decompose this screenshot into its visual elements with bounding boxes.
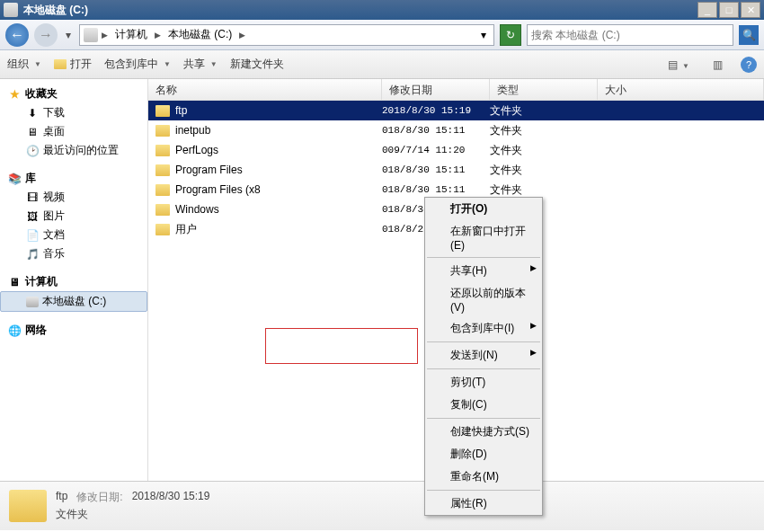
history-dropdown[interactable]: ▾ (63, 23, 74, 47)
ctx-open-new[interactable]: 在新窗口中打开(E) (425, 220, 542, 255)
file-date: 018/8/30 15:11 (382, 125, 490, 136)
help-button[interactable]: ? (741, 57, 757, 73)
separator (427, 257, 540, 258)
window-title: 本地磁盘 (C:) (23, 3, 697, 18)
sidebar-pictures[interactable]: 🖼图片 (0, 207, 147, 226)
ctx-copy[interactable]: 复制(C) (425, 394, 542, 416)
file-date: 2018/8/30 15:19 (382, 105, 490, 116)
chevron-right-icon: ▶ (100, 31, 110, 40)
minimize-button[interactable]: _ (697, 2, 717, 18)
recent-icon: 🕑 (25, 144, 40, 158)
drive-icon (4, 3, 18, 17)
column-date[interactable]: 修改日期 (382, 79, 490, 100)
status-name: ftp (56, 490, 67, 505)
view-button[interactable]: ▤ ▼ (662, 57, 695, 73)
folder-icon (155, 125, 170, 137)
file-date: 018/8/30 15:11 (382, 184, 490, 195)
sidebar-music[interactable]: 🎵音乐 (0, 244, 147, 263)
nav-row: ← → ▾ ▶ 计算机 ▶ 本地磁盘 (C:) ▶ ▾ ↻ 🔍 (0, 20, 764, 50)
file-type: 文件夹 (490, 143, 598, 158)
breadcrumb-dropdown[interactable]: ▾ (477, 29, 490, 41)
organize-button[interactable]: 组织▼ (7, 57, 41, 72)
column-name[interactable]: 名称 (148, 79, 382, 100)
column-headers: 名称 修改日期 类型 大小 (148, 79, 764, 101)
file-date: 018/8/30 15:11 (382, 164, 490, 175)
picture-icon: 🖼 (25, 209, 40, 224)
sidebar-drive-c[interactable]: 本地磁盘 (C:) (0, 291, 147, 312)
ctx-cut[interactable]: 剪切(T) (425, 371, 542, 394)
include-button[interactable]: 包含到库中▼ (104, 57, 171, 72)
open-button[interactable]: 打开 (54, 57, 92, 72)
newfolder-button[interactable]: 新建文件夹 (230, 57, 284, 72)
sidebar-downloads[interactable]: ⬇下载 (0, 103, 147, 122)
separator (427, 490, 540, 491)
file-row[interactable]: Program Files018/8/30 15:11文件夹 (148, 160, 764, 180)
chevron-right-icon: ▶ (530, 263, 537, 272)
back-button[interactable]: ← (5, 23, 29, 47)
file-name: inetpub (175, 124, 210, 137)
status-date: 2018/8/30 15:19 (132, 490, 210, 505)
file-name: Program Files (x8 (175, 183, 261, 196)
share-button[interactable]: 共享▼ (183, 57, 218, 72)
sidebar: ★收藏夹 ⬇下载 🖥桌面 🕑最近访问的位置 📚库 🎞视频 🖼图片 📄文档 🎵音乐… (0, 79, 148, 481)
sidebar-favorites[interactable]: ★收藏夹 (0, 84, 147, 103)
file-name: Program Files (175, 164, 243, 176)
content-area: 名称 修改日期 类型 大小 ftp2018/8/30 15:19文件夹inetp… (148, 79, 764, 481)
forward-button[interactable]: → (34, 23, 58, 47)
sidebar-documents[interactable]: 📄文档 (0, 226, 147, 244)
ctx-properties[interactable]: 属性(R) (425, 492, 542, 515)
context-menu: 打开(O) 在新窗口中打开(E) 共享(H)▶ 还原以前的版本(V) 包含到库中… (424, 197, 543, 516)
computer-icon: 🖥 (7, 275, 22, 289)
refresh-button[interactable]: ↻ (500, 24, 521, 46)
column-size[interactable]: 大小 (598, 79, 764, 100)
desktop-icon: 🖥 (25, 125, 40, 139)
chevron-right-icon: ▶ (530, 321, 537, 330)
star-icon: ★ (7, 87, 22, 102)
separator (427, 341, 540, 342)
folder-icon (155, 105, 170, 117)
toolbar: 组织▼ 打开 包含到库中▼ 共享▼ 新建文件夹 ▤ ▼ ▥ ? (0, 50, 764, 79)
search-box[interactable] (527, 24, 733, 46)
sidebar-network[interactable]: 🌐网络 (0, 321, 147, 340)
folder-icon (155, 224, 170, 235)
file-name: Windows (175, 203, 219, 216)
sidebar-videos[interactable]: 🎞视频 (0, 188, 147, 207)
preview-pane-button[interactable]: ▥ (707, 57, 728, 73)
ctx-shortcut[interactable]: 创建快捷方式(S) (425, 421, 542, 443)
sidebar-desktop[interactable]: 🖥桌面 (0, 122, 147, 141)
sidebar-computer[interactable]: 🖥计算机 (0, 272, 147, 291)
file-row[interactable]: ftp2018/8/30 15:19文件夹 (148, 101, 764, 120)
ctx-delete[interactable]: 删除(D) (425, 443, 542, 466)
column-type[interactable]: 类型 (490, 79, 598, 100)
ctx-share[interactable]: 共享(H)▶ (425, 260, 542, 282)
status-date-label: 修改日期: (76, 490, 122, 505)
video-icon: 🎞 (25, 191, 40, 205)
ctx-open[interactable]: 打开(O) (425, 198, 542, 220)
search-button[interactable]: 🔍 (739, 25, 759, 45)
network-icon: 🌐 (7, 324, 22, 338)
close-button[interactable]: ✕ (741, 2, 760, 18)
ctx-sendto[interactable]: 发送到(N)▶ (425, 344, 542, 367)
title-bar: 本地磁盘 (C:) _ □ ✕ (0, 0, 764, 20)
file-type: 文件夹 (490, 182, 598, 198)
ctx-restore[interactable]: 还原以前的版本(V) (425, 282, 542, 317)
document-icon: 📄 (25, 228, 40, 243)
sidebar-recent[interactable]: 🕑最近访问的位置 (0, 141, 147, 160)
breadcrumb-computer[interactable]: 计算机 (111, 25, 151, 44)
breadcrumb-icon (84, 28, 98, 42)
breadcrumb-drive[interactable]: 本地磁盘 (C:) (164, 25, 235, 44)
search-input[interactable] (531, 29, 729, 41)
file-row[interactable]: inetpub018/8/30 15:11文件夹 (148, 120, 764, 140)
ctx-rename[interactable]: 重命名(M) (425, 466, 542, 488)
library-icon: 📚 (7, 172, 22, 186)
folder-icon (54, 59, 67, 69)
breadcrumb[interactable]: ▶ 计算机 ▶ 本地磁盘 (C:) ▶ ▾ (79, 24, 494, 46)
chevron-right-icon: ▶ (237, 31, 247, 40)
drive-icon (26, 297, 39, 307)
ctx-include[interactable]: 包含到库中(I)▶ (425, 317, 542, 340)
maximize-button[interactable]: □ (719, 2, 739, 18)
sidebar-libraries[interactable]: 📚库 (0, 169, 147, 188)
downloads-icon: ⬇ (25, 106, 40, 120)
chevron-right-icon: ▶ (153, 31, 163, 40)
file-row[interactable]: PerfLogs009/7/14 11:20文件夹 (148, 140, 764, 160)
